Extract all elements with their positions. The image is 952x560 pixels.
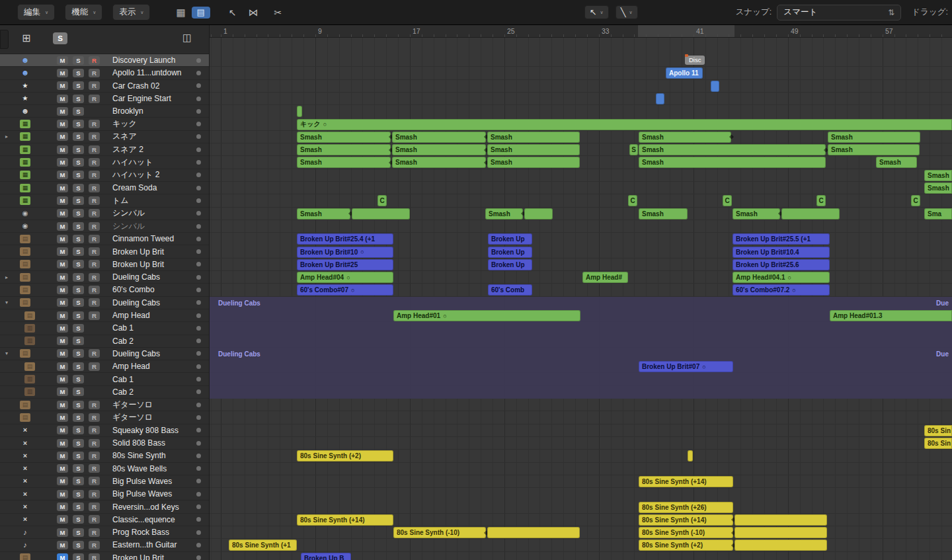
track-name[interactable]: Cream Soda — [112, 183, 196, 192]
arrange-area[interactable]: Dueling CabsDueDueling CabsDueApollo 11キ… — [210, 38, 952, 560]
disclosure-triangle-icon[interactable]: ▸ — [1, 134, 12, 140]
solo-button[interactable]: S — [73, 387, 84, 396]
track-row[interactable]: ★MSRCar Crash 02 — [0, 80, 209, 93]
track-row[interactable]: ×MSRClassic...equence — [0, 514, 209, 526]
solo-button[interactable]: S — [73, 273, 84, 282]
solo-button[interactable]: S — [73, 439, 84, 448]
record-enable-button[interactable]: R — [89, 260, 100, 268]
track-row[interactable]: ▦MSRキック — [0, 118, 209, 130]
region[interactable]: C — [816, 195, 826, 206]
list-view-button[interactable]: ▤ — [192, 7, 210, 19]
track-name[interactable]: Cab 2 — [112, 387, 196, 397]
region[interactable]: 80s Sine Synth (-10) — [393, 527, 486, 538]
region[interactable]: Broken Up Brit#25 — [297, 259, 393, 270]
solo-button[interactable]: S — [73, 132, 84, 141]
track-row[interactable]: ▤MSRBroken Up Brit — [0, 552, 209, 560]
region[interactable]: Smash — [485, 208, 523, 220]
region[interactable]: Smash — [392, 157, 486, 168]
region[interactable]: Smash — [487, 132, 580, 143]
global-solo-button[interactable]: S — [53, 32, 67, 44]
mute-button[interactable]: M — [57, 145, 68, 154]
solo-button[interactable]: S — [73, 120, 84, 128]
record-enable-button[interactable]: R — [89, 477, 100, 485]
add-track-icon[interactable]: ⊞ — [22, 32, 30, 44]
disclosure-triangle-icon[interactable]: ▾ — [1, 300, 12, 305]
record-enable-button[interactable]: R — [89, 81, 100, 90]
region[interactable]: Broken Up B — [301, 553, 351, 560]
region[interactable]: Amp Head# — [582, 272, 628, 283]
folder-track-band[interactable]: Dueling CabsDue — [210, 297, 952, 348]
track-name[interactable]: Cab 1 — [112, 323, 196, 333]
record-enable-button[interactable]: R — [89, 247, 100, 256]
region[interactable]: 80s Sine Synth (+14) — [297, 514, 393, 526]
solo-button[interactable]: S — [73, 375, 84, 383]
disclosure-triangle-icon[interactable]: ▸ — [1, 274, 12, 280]
left-click-tool-button[interactable]: ↖ ∨ — [584, 5, 609, 19]
solo-button[interactable]: S — [73, 464, 84, 473]
track-row[interactable]: ▤MSRAmp Head — [0, 360, 209, 373]
panel-edge-button[interactable] — [0, 30, 9, 49]
record-enable-button[interactable]: R — [89, 69, 100, 77]
record-enable-button[interactable]: R — [89, 362, 100, 371]
region[interactable] — [524, 208, 553, 220]
track-row[interactable]: ▤MSR60's Combo — [0, 284, 209, 296]
mute-button[interactable]: M — [57, 247, 68, 256]
region[interactable]: C — [911, 195, 920, 206]
track-name[interactable]: 80s Wave Bells — [112, 464, 196, 473]
solo-button[interactable]: S — [73, 311, 84, 320]
solo-button[interactable]: S — [73, 413, 84, 422]
mute-button[interactable]: M — [57, 426, 68, 434]
track-name[interactable]: Squeaky 808 Bass — [112, 426, 196, 435]
solo-button[interactable]: S — [73, 184, 84, 192]
record-enable-button[interactable]: R — [89, 439, 100, 448]
mute-button[interactable]: M — [57, 324, 68, 333]
mute-button[interactable]: M — [57, 413, 68, 422]
mute-button[interactable]: M — [57, 528, 68, 537]
track-row[interactable]: ▦MSRスネア 2 — [0, 143, 209, 156]
track-row[interactable]: ◉MSRシンバル — [0, 220, 209, 233]
record-enable-button[interactable]: R — [89, 349, 100, 358]
mute-button[interactable]: M — [57, 171, 68, 179]
split-tool-icon[interactable]: ✂ — [274, 7, 282, 18]
region[interactable]: Smash — [924, 182, 952, 194]
region[interactable]: 80s Sine Synth (+1 — [229, 540, 297, 551]
mute-button[interactable]: M — [57, 311, 68, 320]
region[interactable]: キック○ — [297, 119, 952, 130]
record-enable-button[interactable]: R — [89, 184, 100, 192]
solo-button[interactable]: S — [73, 452, 84, 460]
marker-disc[interactable]: Disc — [685, 56, 705, 65]
region[interactable]: Broken Up Brit#25.6 — [733, 259, 830, 270]
record-enable-button[interactable]: R — [89, 171, 100, 179]
region[interactable]: Smash — [392, 144, 486, 155]
record-enable-button[interactable]: R — [89, 56, 100, 65]
track-row[interactable]: ▤MSRAmp Head — [0, 309, 209, 322]
track-name[interactable]: スネア — [112, 131, 196, 142]
track-name[interactable]: Car Crash 02 — [112, 81, 196, 91]
region[interactable]: Smash — [828, 132, 920, 143]
track-name[interactable]: Prog Rock Bass — [112, 528, 196, 537]
mute-button[interactable]: M — [57, 235, 68, 243]
track-row[interactable]: ×MSRBig Pulse Waves — [0, 475, 209, 488]
hide-panel-icon[interactable]: ◫ — [182, 32, 192, 44]
record-enable-button[interactable]: R — [89, 298, 100, 307]
mute-button[interactable]: M — [57, 120, 68, 128]
region[interactable] — [781, 208, 840, 220]
region[interactable]: Smash — [297, 144, 391, 155]
region[interactable]: Broken Up — [488, 259, 532, 270]
track-name[interactable]: Broken Up Brit — [112, 260, 196, 269]
region[interactable]: 80s Sin — [924, 425, 952, 436]
region[interactable]: Smash — [297, 157, 391, 168]
region[interactable]: 80s Sine Synth (-10) — [639, 527, 733, 538]
region[interactable]: Smash — [639, 144, 826, 155]
track-name[interactable]: Broken Up Brit — [112, 553, 196, 560]
region[interactable]: Broken Up Brit#10○ — [297, 247, 393, 258]
mute-button[interactable]: M — [57, 209, 68, 218]
region[interactable]: 60's Comb — [488, 284, 532, 296]
region[interactable]: Smash — [392, 132, 486, 143]
region[interactable]: Smash — [487, 144, 580, 155]
region[interactable] — [711, 81, 719, 92]
region[interactable]: Smash — [639, 208, 688, 220]
mute-button[interactable]: M — [57, 222, 68, 231]
region[interactable]: Smash — [876, 157, 917, 168]
record-enable-button[interactable]: R — [89, 145, 100, 154]
